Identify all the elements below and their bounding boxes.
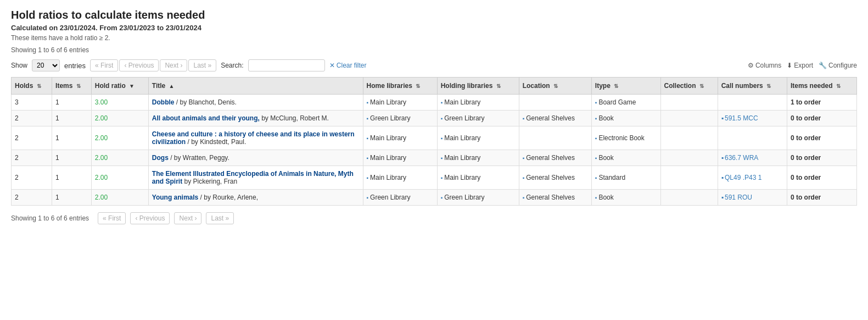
show-select[interactable]: 102050100 (32, 59, 60, 71)
title-link[interactable]: The Element Illustrated Encyclopedia of … (152, 170, 354, 185)
cell-title[interactable]: Cheese and culture : a history of cheese… (148, 126, 363, 150)
cell-holding-library: ▪Main Library (437, 166, 519, 190)
last-button-bottom[interactable]: Last » (206, 212, 234, 224)
title-link[interactable]: Dogs (152, 154, 169, 162)
cell-hold-ratio: 2.00 (91, 166, 148, 190)
col-title: Title ▲ (148, 78, 363, 95)
cell-title[interactable]: The Element Illustrated Encyclopedia of … (148, 166, 363, 190)
cell-title[interactable]: All about animals and their young, by Mc… (148, 111, 363, 126)
library-icon: ▪ (367, 195, 369, 201)
cell-collection (660, 111, 718, 126)
next-button-bottom[interactable]: Next › (174, 212, 201, 224)
cell-collection (660, 150, 718, 166)
cell-title[interactable]: Dobble / by Blanchot, Denis. (148, 95, 363, 111)
cell-title[interactable]: Dogs / by Wratten, Peggy. (148, 150, 363, 166)
itype-icon: ▪ (595, 115, 597, 122)
cell-location: ▪General Shelves (519, 111, 591, 126)
cell-items: 1 (52, 95, 92, 111)
table-header-row: Holds ⇅ Items ⇅ Hold ratio ▼ Title ▲ Hom… (12, 78, 857, 95)
cell-call-numbers: ▪591.5 MCC (718, 111, 787, 126)
library-icon: ▪ (367, 135, 369, 141)
col-holding-libraries: Holding libraries ⇅ (437, 78, 519, 95)
cell-hold-ratio: 2.00 (91, 126, 148, 150)
itype-icon: ▪ (595, 175, 597, 181)
cell-collection (660, 126, 718, 150)
cell-holding-library: ▪Main Library (437, 126, 519, 150)
first-button-top[interactable]: « First (90, 59, 118, 71)
col-collection: Collection ⇅ (660, 78, 718, 95)
cell-hold-ratio: 2.00 (91, 111, 148, 126)
cell-home-library: ▪Green Library (363, 190, 437, 206)
page-title: Hold ratios to calculate items needed (11, 9, 857, 21)
cell-holding-library: ▪Green Library (437, 190, 519, 206)
library-icon: ▪ (441, 195, 443, 201)
col-items: Items ⇅ (52, 78, 92, 95)
cell-itype: ▪Standard (591, 166, 660, 190)
cell-itype: ▪Book (591, 111, 660, 126)
cell-call-numbers: ▪QL49 .P43 1 (718, 166, 787, 190)
cell-holds: 2 (12, 190, 52, 206)
col-holds: Holds ⇅ (12, 78, 52, 95)
cell-items: 1 (52, 190, 92, 206)
cell-call-numbers: ▪591 ROU (718, 190, 787, 206)
first-button-bottom[interactable]: « First (98, 212, 126, 224)
cell-location (519, 95, 591, 111)
cell-hold-ratio: 3.00 (91, 95, 148, 111)
callnum-icon: ▪ (721, 174, 724, 181)
cell-items-needed: 0 to order (787, 190, 856, 206)
library-icon: ▪ (441, 135, 443, 141)
cell-holds: 2 (12, 166, 52, 190)
col-items-needed: Items needed ⇅ (787, 78, 856, 95)
export-icon: ⬇ (787, 62, 792, 69)
library-icon: ▪ (367, 175, 369, 181)
cell-holds: 2 (12, 111, 52, 126)
title-link[interactable]: Dobble (152, 98, 175, 106)
last-button-top[interactable]: Last » (188, 59, 216, 71)
cell-items: 1 (52, 111, 92, 126)
configure-button[interactable]: 🔧 Configure (819, 62, 857, 69)
cell-call-numbers: ▪636.7 WRA (718, 150, 787, 166)
cell-home-library: ▪Main Library (363, 95, 437, 111)
table-row: 313.00Dobble / by Blanchot, Denis.▪Main … (12, 95, 857, 111)
columns-button[interactable]: ⚙ Columns (748, 62, 781, 69)
col-hold-ratio: Hold ratio ▼ (91, 78, 148, 95)
prev-button-top[interactable]: ‹ Previous (119, 59, 159, 71)
cell-location: ▪General Shelves (519, 150, 591, 166)
cell-title[interactable]: Young animals / by Rourke, Arlene, (148, 190, 363, 206)
col-itype: Itype ⇅ (591, 78, 660, 95)
cell-itype: ▪Book (591, 150, 660, 166)
cell-holding-library: ▪Green Library (437, 111, 519, 126)
cell-home-library: ▪Main Library (363, 166, 437, 190)
cell-items-needed: 0 to order (787, 166, 856, 190)
itype-icon: ▪ (595, 135, 597, 141)
cell-items-needed: 1 to order (787, 95, 856, 111)
showing-count-top: Showing 1 to 6 of 6 entries (11, 46, 857, 54)
cell-itype: ▪Electronic Book (591, 126, 660, 150)
show-label: Show (11, 62, 27, 69)
title-link[interactable]: All about animals and their young, (152, 114, 260, 122)
search-label: Search: (221, 62, 243, 69)
search-input[interactable] (248, 59, 325, 71)
cell-items-needed: 0 to order (787, 150, 856, 166)
library-icon: ▪ (441, 115, 443, 122)
cell-call-numbers (718, 126, 787, 150)
cell-items: 1 (52, 166, 92, 190)
table-row: 212.00All about animals and their young,… (12, 111, 857, 126)
table-row: 212.00Dogs / by Wratten, Peggy.▪Main Lib… (12, 150, 857, 166)
clear-filter-button[interactable]: ✕ Clear filter (329, 62, 367, 69)
cell-holds: 3 (12, 95, 52, 111)
callnum-icon: ▪ (721, 194, 724, 201)
col-home-libraries: Home libraries ⇅ (363, 78, 437, 95)
library-icon: ▪ (367, 100, 369, 106)
export-button[interactable]: ⬇ Export (787, 62, 813, 69)
title-link[interactable]: Cheese and culture : a history of cheese… (152, 130, 355, 146)
cell-holding-library: ▪Main Library (437, 95, 519, 111)
table-row: 212.00Cheese and culture : a history of … (12, 126, 857, 150)
page-subtitle: Calculated on 23/01/2024. From 23/01/202… (11, 24, 857, 32)
cell-call-numbers (718, 95, 787, 111)
title-link[interactable]: Young animals (152, 194, 198, 201)
page-description: These items have a hold ratio ≥ 2. (11, 34, 857, 42)
prev-button-bottom[interactable]: ‹ Previous (130, 212, 170, 224)
next-button-top[interactable]: Next › (160, 59, 187, 71)
cell-location (519, 126, 591, 150)
